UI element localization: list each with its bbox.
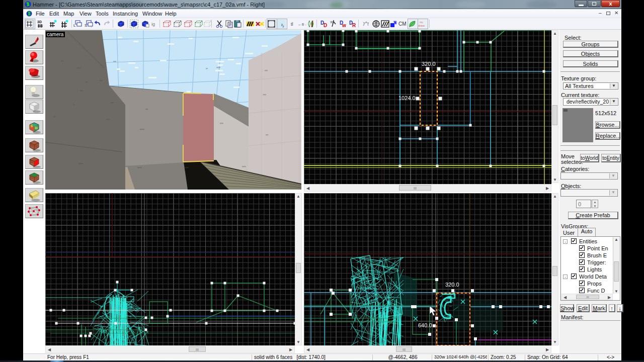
svg-text:640.0: 640.0	[418, 322, 432, 328]
svg-text:←tl→: ←tl→	[298, 22, 306, 27]
svg-text:320.0: 320.0	[445, 282, 459, 288]
svg-text:D: D	[324, 23, 327, 28]
svg-text:ig: ig	[151, 22, 155, 27]
svg-text:CM: CM	[398, 21, 407, 27]
svg-text:320.0: 320.0	[422, 61, 436, 67]
svg-text:3D: 3D	[37, 20, 42, 24]
svg-text:R: R	[352, 23, 356, 28]
svg-text:1024.0: 1024.0	[398, 95, 416, 101]
svg-text:camera: camera	[47, 32, 64, 37]
svg-text:w: w	[342, 23, 346, 28]
svg-text:tl: tl	[291, 22, 293, 27]
